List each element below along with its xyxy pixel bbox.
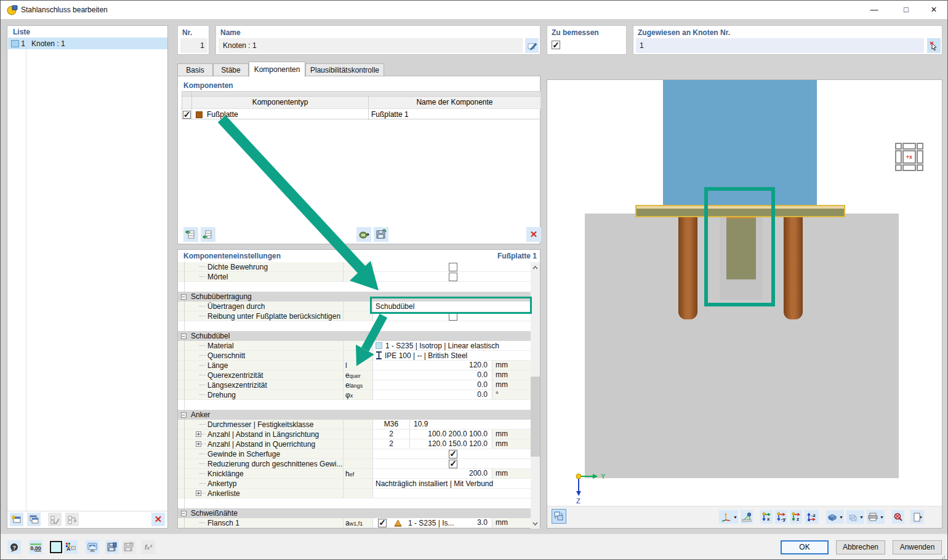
print-dropdown[interactable]: ▼: [879, 510, 885, 524]
name-field[interactable]: Knoten : 1: [219, 38, 523, 53]
view-x-icon[interactable]: x: [760, 510, 773, 524]
expand-icon[interactable]: +: [196, 441, 201, 447]
zu-bemessen-checkbox[interactable]: ✓: [552, 41, 560, 49]
save-component-button[interactable]: [374, 227, 388, 242]
weld-cell: ✓1 - S235 | Is...: [373, 518, 460, 527]
component-checkbox[interactable]: ✓: [183, 111, 191, 119]
setting-value-ankertyp[interactable]: Nachträglich installiert | Mit Verbund: [373, 479, 532, 488]
print-icon[interactable]: [867, 510, 879, 524]
select-nodes-button[interactable]: [927, 38, 941, 53]
setting-value-cell: [373, 262, 532, 271]
list-item-knoten[interactable]: 1 Knoten : 1: [8, 38, 167, 49]
expand-icon[interactable]: +: [196, 490, 201, 496]
zugewiesen-card: Zugewiesen an Knoten Nr. 1: [633, 25, 942, 55]
setting-symbol: [343, 479, 373, 488]
tab-komponenten[interactable]: Komponenten: [249, 62, 305, 77]
view-minus-z-icon[interactable]: -z: [805, 510, 819, 524]
resize-grip[interactable]: [940, 552, 945, 557]
collapse-icon[interactable]: −: [181, 412, 187, 418]
measure-icon[interactable]: [741, 510, 753, 524]
new-item-button[interactable]: [10, 513, 23, 526]
ok-button[interactable]: OK: [781, 540, 829, 554]
display-properties-button[interactable]: A: [64, 540, 78, 554]
setting-value2-anzahl-abstand-in-längsrichtung[interactable]: 100.0 200.0 100.0: [410, 430, 492, 439]
view-cube-face-x[interactable]: +x: [902, 150, 916, 164]
table-row-typ-cell[interactable]: Fußplatte: [192, 108, 369, 120]
setting-checkbox-dichte-bewehrung[interactable]: [449, 263, 457, 271]
collapse-icon[interactable]: −: [181, 334, 187, 339]
check-all-button[interactable]: [48, 513, 62, 526]
setting-label-cell: Dichte Bewehrung: [178, 262, 343, 271]
wireframe-mode-icon[interactable]: [846, 510, 859, 524]
help-button[interactable]: ?: [7, 540, 21, 554]
orbit-mode-button[interactable]: [552, 509, 566, 524]
weld-checkbox[interactable]: ✓: [378, 519, 387, 527]
tab-basis[interactable]: Basis: [177, 63, 213, 76]
setting-value1-anzahl-abstand-in-querrichtung[interactable]: 2: [373, 439, 410, 449]
import-component-button[interactable]: [356, 227, 371, 242]
tab-plausibilitaetskontrolle[interactable]: Plausibilitätskontrolle: [305, 63, 384, 76]
render-mode-icon[interactable]: [826, 510, 838, 524]
formula-button[interactable]: fx²: [142, 540, 155, 554]
wireframe-mode-dropdown[interactable]: ▼: [859, 510, 864, 524]
weld-material[interactable]: 1 - S235 | Is...: [408, 519, 454, 527]
insert-component-above-button[interactable]: [183, 227, 198, 242]
setting-label: Ankertyp: [207, 479, 236, 488]
komponenten-section-label: Komponenten: [183, 81, 233, 90]
nr-field[interactable]: 1: [180, 38, 207, 53]
setting-checkbox-mörtel[interactable]: [449, 273, 457, 281]
collapse-icon[interactable]: −: [181, 294, 187, 300]
setting-value-knicklänge[interactable]: 200.0: [373, 469, 492, 478]
setting-value-länge[interactable]: 120.0: [373, 361, 492, 370]
settings-row-mörtel: Mörtel: [178, 272, 532, 282]
coordinate-system-dropdown[interactable]: ▼: [733, 510, 738, 524]
coordinate-system-icon[interactable]: [719, 510, 733, 524]
scroll-thumb[interactable]: [531, 377, 540, 457]
panel-toggle-icon[interactable]: [910, 510, 924, 524]
setting-value1-anzahl-abstand-in-längsrichtung[interactable]: 2: [373, 430, 410, 439]
delete-component-button[interactable]: ✕: [526, 227, 541, 242]
setting-value-material[interactable]: 1 - S235 | Isotrop | Linear elastisch: [373, 341, 532, 350]
rename-button[interactable]: [525, 38, 539, 53]
minimize-button[interactable]: —: [860, 1, 888, 19]
close-button[interactable]: ✕: [920, 1, 948, 19]
cancel-zoom-icon[interactable]: [892, 510, 904, 524]
setting-checkbox-gewinde-in-scherfuge[interactable]: ✓: [449, 450, 457, 458]
view-y-icon[interactable]: -y: [775, 510, 787, 524]
units-button[interactable]: 0,00: [29, 540, 42, 554]
cancel-button[interactable]: Abbrechen: [836, 540, 885, 554]
insert-component-below-button[interactable]: [201, 227, 215, 242]
scroll-up-button[interactable]: [531, 262, 540, 273]
table-row-name-cell[interactable]: Fußplatte 1: [369, 108, 540, 120]
save-defaults-button[interactable]: [105, 540, 119, 554]
load-defaults-button[interactable]: [122, 540, 135, 554]
setting-value-drehung[interactable]: 0.0: [373, 390, 492, 399]
view-z-icon[interactable]: z: [790, 510, 802, 524]
setting-value-querexzentrizität[interactable]: 0.0: [373, 370, 492, 380]
expand-icon[interactable]: +: [196, 431, 201, 437]
setting-value1-durchmesser-festigkeitsklasse[interactable]: M36: [373, 420, 410, 429]
tab-staebe[interactable]: Stäbe: [213, 63, 249, 76]
weld-thickness[interactable]: 3.0: [460, 518, 492, 527]
setting-symbol: elängs: [343, 380, 373, 390]
settings-scrollbar[interactable]: [531, 262, 540, 529]
scroll-down-button[interactable]: [531, 518, 540, 529]
setting-checkbox-reduzierung-durch-geschnittenes-gewi[interactable]: ✓: [449, 460, 457, 468]
delete-item-button[interactable]: ✕: [151, 513, 165, 526]
setting-value-längsexzentrizität[interactable]: 0.0: [373, 380, 492, 390]
collapse-icon[interactable]: −: [181, 511, 187, 516]
screen-settings-button[interactable]: [86, 540, 99, 554]
maximize-button[interactable]: □: [892, 1, 920, 19]
setting-value2-anzahl-abstand-in-querrichtung[interactable]: 120.0 150.0 120.0: [410, 439, 492, 449]
toggle-selection-button[interactable]: [65, 513, 79, 526]
setting-value-ankerliste[interactable]: [373, 489, 532, 498]
setting-label: Übertragen durch: [207, 302, 265, 311]
setting-value-querschnitt[interactable]: IPE 100 | -- | British Steel: [373, 351, 532, 360]
setting-value2-durchmesser-festigkeitsklasse[interactable]: 10.9: [410, 420, 492, 429]
color-button[interactable]: [49, 540, 63, 554]
apply-button[interactable]: Anwenden: [893, 540, 942, 554]
render-mode-dropdown[interactable]: ▼: [838, 510, 844, 524]
view-cube-widget[interactable]: +x: [895, 143, 923, 171]
zugewiesen-field[interactable]: 1: [636, 38, 924, 53]
copy-item-button[interactable]: [27, 513, 41, 526]
